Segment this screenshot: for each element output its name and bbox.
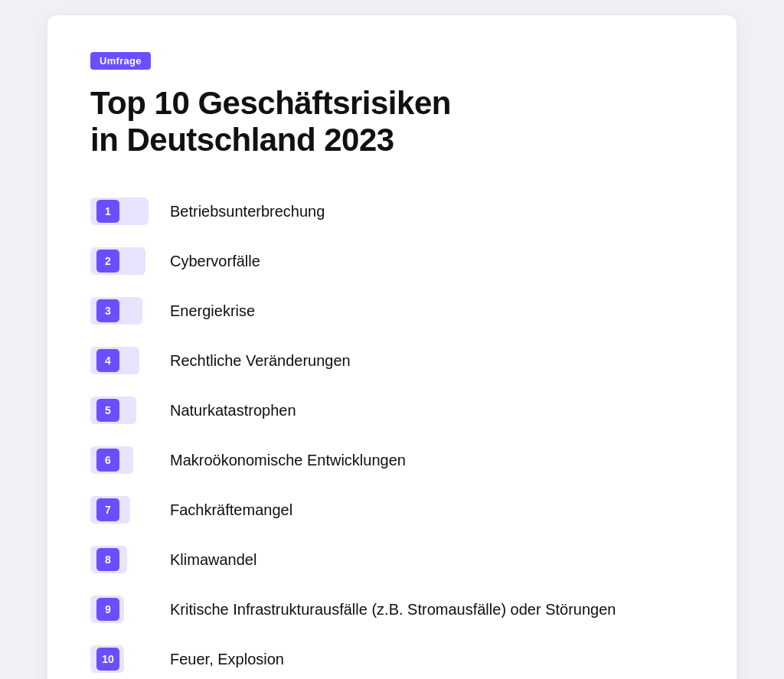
list-item: 4 Rechtliche Veränderungen <box>90 336 694 386</box>
item-label: Naturkatastrophen <box>170 400 296 420</box>
rank-bar: 10 <box>90 645 152 673</box>
risk-list: 1 Betriebsunterbrechung 2 Cybervorfälle … <box>90 187 694 679</box>
rank-badge: 6 <box>96 449 119 472</box>
item-label: Feuer, Explosion <box>170 649 284 669</box>
list-item: 9 Kritische Infrastrukturausfälle (z.B. … <box>90 585 694 635</box>
rank-badge: 10 <box>96 648 119 671</box>
list-item: 3 Energiekrise <box>90 286 694 336</box>
rank-bg: 1 <box>90 197 149 225</box>
rank-bg: 6 <box>90 446 133 474</box>
rank-bg: 4 <box>90 347 139 374</box>
rank-badge: 5 <box>96 399 119 422</box>
rank-bar: 6 <box>90 446 152 474</box>
item-label: Kritische Infrastrukturausfälle (z.B. St… <box>170 599 616 619</box>
rank-bar: 3 <box>90 297 152 325</box>
item-label: Cybervorfälle <box>170 251 260 271</box>
rank-badge: 2 <box>96 250 119 273</box>
rank-badge: 1 <box>96 200 119 223</box>
list-item: 5 Naturkatastrophen <box>90 386 694 436</box>
rank-badge: 8 <box>96 548 119 571</box>
rank-badge: 9 <box>96 598 119 621</box>
list-item: 7 Fachkräftemangel <box>90 485 694 535</box>
rank-bg: 3 <box>90 297 142 325</box>
rank-badge: 7 <box>96 498 119 521</box>
item-label: Fachkräftemangel <box>170 500 292 520</box>
rank-bg: 5 <box>90 397 136 424</box>
list-item: 8 Klimawandel <box>90 535 694 585</box>
list-item: 1 Betriebsunterbrechung <box>90 187 694 237</box>
rank-bg: 7 <box>90 496 130 524</box>
rank-bar: 2 <box>90 247 152 275</box>
rank-bg: 8 <box>90 546 127 573</box>
rank-bar: 7 <box>90 496 152 524</box>
item-label: Betriebsunterbrechung <box>170 201 325 221</box>
rank-bar: 4 <box>90 347 152 374</box>
item-label: Energiekrise <box>170 301 255 321</box>
list-item: 6 Makroökonomische Entwicklungen <box>90 436 694 485</box>
rank-bg: 10 <box>90 645 124 673</box>
item-label: Klimawandel <box>170 550 256 570</box>
rank-bar: 8 <box>90 546 152 573</box>
item-label: Makroökonomische Entwicklungen <box>170 450 406 470</box>
rank-badge: 4 <box>96 349 119 372</box>
item-label: Rechtliche Veränderungen <box>170 351 351 371</box>
rank-bg: 9 <box>90 596 124 623</box>
list-item: 10 Feuer, Explosion <box>90 635 694 679</box>
main-card: Umfrage Top 10 Geschäftsrisiken in Deuts… <box>47 15 737 679</box>
rank-bar: 5 <box>90 397 152 424</box>
main-title: Top 10 Geschäftsrisiken in Deutschland 2… <box>90 85 694 159</box>
rank-bar: 1 <box>90 197 152 225</box>
list-item: 2 Cybervorfälle <box>90 237 694 286</box>
rank-bar: 9 <box>90 596 152 623</box>
rank-bg: 2 <box>90 247 145 275</box>
rank-badge: 3 <box>96 299 119 322</box>
badge-label: Umfrage <box>90 52 151 70</box>
